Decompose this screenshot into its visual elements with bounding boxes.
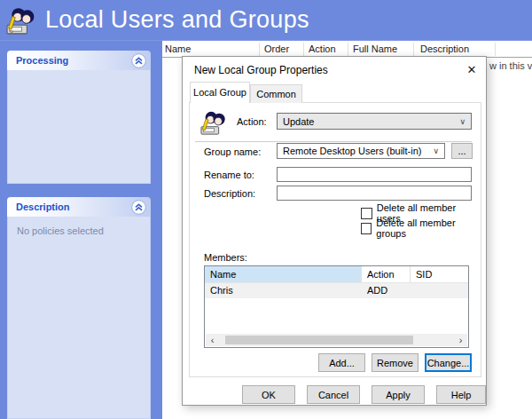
members-column-header-name[interactable]: Name <box>205 266 362 282</box>
description-label: Description: <box>204 188 255 199</box>
members-label: Members: <box>204 252 247 263</box>
member-action: ADD <box>367 285 387 296</box>
column-divider[interactable] <box>348 43 348 56</box>
members-column-header-action[interactable]: Action <box>362 266 411 282</box>
users-and-groups-icon <box>6 5 36 36</box>
scroll-left-icon[interactable]: ‹ <box>206 334 219 346</box>
page-title: Local Users and Groups <box>45 6 309 34</box>
collapse-chevron-icon[interactable] <box>131 200 146 215</box>
app-header: Local Users and Groups <box>0 0 532 41</box>
column-header-action[interactable]: Action <box>309 43 336 54</box>
column-divider[interactable] <box>303 43 304 56</box>
checkbox-unchecked-icon[interactable] <box>361 208 372 219</box>
processing-panel-title: Processing <box>16 55 68 66</box>
ok-button[interactable]: OK <box>242 385 295 404</box>
column-divider[interactable] <box>495 43 496 56</box>
processing-panel: Processing <box>7 51 151 184</box>
action-select[interactable]: Update ∨ <box>277 113 472 130</box>
column-header-order[interactable]: Order <box>264 43 289 54</box>
chevron-down-icon: ∨ <box>433 146 439 155</box>
rename-to-input[interactable] <box>277 167 472 182</box>
horizontal-scrollbar[interactable]: ‹ › <box>206 334 467 346</box>
column-divider[interactable] <box>413 43 414 56</box>
collapse-chevron-icon[interactable] <box>131 53 146 68</box>
close-icon: ✕ <box>467 63 477 76</box>
rename-to-label: Rename to: <box>204 170 254 180</box>
dialog-title: New Local Group Properties <box>194 64 328 76</box>
sidebar: Processing Description No policie <box>0 41 162 419</box>
members-column-header-sid[interactable]: SID <box>411 266 468 282</box>
close-button[interactable]: ✕ <box>461 61 482 79</box>
group-icon <box>200 109 227 136</box>
description-input[interactable] <box>277 186 472 201</box>
help-button[interactable]: Help <box>436 385 486 404</box>
chevron-down-icon: ∨ <box>459 117 466 126</box>
processing-panel-body <box>7 70 151 184</box>
delete-all-member-groups-label[interactable]: Delete all member groups <box>376 217 481 239</box>
group-name-selected-value: Remote Desktop Users (built-in) <box>283 146 422 156</box>
change-button[interactable]: Change... <box>425 353 472 372</box>
scroll-right-icon[interactable]: › <box>454 334 467 346</box>
description-panel-body: No policies selected <box>7 217 151 419</box>
column-divider[interactable] <box>259 43 260 56</box>
cancel-button[interactable]: Cancel <box>307 385 360 404</box>
scrollbar-thumb[interactable] <box>225 336 413 344</box>
tab-common[interactable]: Common <box>250 84 302 103</box>
action-label: Action: <box>237 116 267 127</box>
members-table: Name Action SID Chris ADD ‹ › <box>204 265 469 348</box>
members-table-header: Name Action SID <box>205 266 468 283</box>
browse-button[interactable]: ... <box>451 143 473 159</box>
add-button[interactable]: Add... <box>318 353 365 372</box>
new-local-group-properties-dialog: New Local Group Properties ✕ Local Group… <box>182 56 487 406</box>
column-header-full-name[interactable]: Full Name <box>353 43 397 54</box>
local-group-tab-panel: Action: Update ∨ Group name: Remote Desk… <box>189 102 481 377</box>
member-row[interactable]: Chris ADD <box>205 283 468 298</box>
description-panel-title: Description <box>16 202 70 212</box>
empty-view-message-fragment: w in this vie <box>489 60 532 71</box>
member-name: Chris <box>210 285 233 296</box>
processing-panel-header[interactable]: Processing <box>7 51 151 70</box>
delete-all-member-groups-checkbox-row[interactable]: Delete all member groups <box>361 222 481 234</box>
remove-button[interactable]: Remove <box>372 353 419 372</box>
column-header-description[interactable]: Description <box>420 43 469 54</box>
group-name-select[interactable]: Remote Desktop Users (built-in) ∨ <box>277 143 445 159</box>
checkbox-unchecked-icon[interactable] <box>361 223 372 234</box>
description-panel-header[interactable]: Description <box>7 197 151 217</box>
tab-local-group[interactable]: Local Group <box>190 82 250 103</box>
column-header-name[interactable]: Name <box>165 43 191 54</box>
group-name-label: Group name: <box>204 146 261 157</box>
apply-button[interactable]: Apply <box>372 385 425 404</box>
action-selected-value: Update <box>283 116 314 127</box>
description-panel: Description No policies selected <box>7 197 151 419</box>
